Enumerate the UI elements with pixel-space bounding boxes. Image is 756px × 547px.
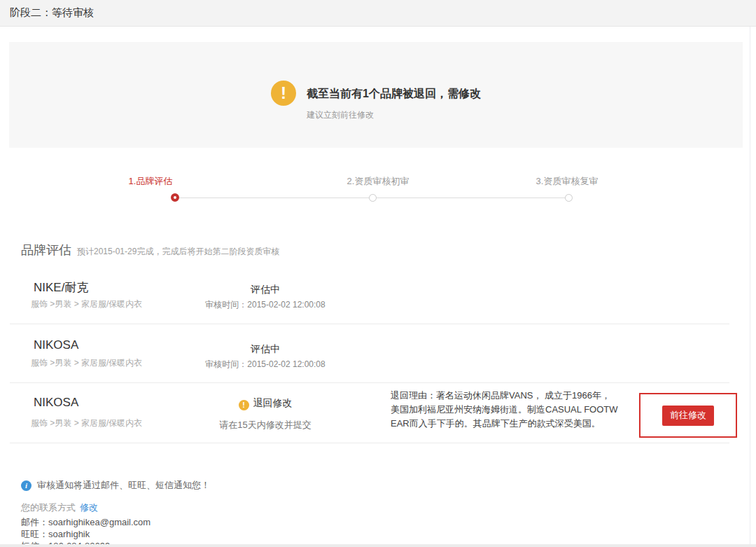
brand-category-breadcrumb: 服饰 >男装 > 家居服/保暖内衣 xyxy=(31,357,142,369)
contact-email-value: soarhighikea@gmail.com xyxy=(48,517,150,527)
brand-row: NIKOSA 服饰 >男装 > 家居服/保暖内衣 !退回修改 请在15天内修改并… xyxy=(10,383,729,443)
brand-row: NIKOSA 服饰 >男装 > 家居服/保暖内衣 评估中 审核时间：2015-0… xyxy=(10,324,729,383)
brand-name: NIKE/耐克 xyxy=(34,279,88,296)
section-header: 品牌评估 预计2015-01-29完成，完成后将开始第二阶段资质审核 xyxy=(21,242,279,258)
page-bottom-divider xyxy=(0,544,756,547)
step-dot-pending-icon xyxy=(369,194,377,202)
brand-name: NIKOSA xyxy=(34,396,78,410)
edit-contact-link[interactable]: 修改 xyxy=(80,502,98,513)
section-title: 品牌评估 xyxy=(21,242,71,258)
brand-status-detail: 审核时间：2015-02-02 12:00:08 xyxy=(181,299,349,311)
step-label-brand-evaluation: 1.品牌评估 xyxy=(98,175,203,188)
contact-wangwang-label: 旺旺： xyxy=(21,529,48,539)
brand-status: 评估中 xyxy=(195,284,335,296)
contact-list: 邮件：soarhighikea@gmail.com 旺旺：soarhighik … xyxy=(21,516,150,547)
step-dot-active-icon xyxy=(171,193,179,202)
info-icon: i xyxy=(21,480,31,491)
step-label-qualification-second-review: 3.资质审核复审 xyxy=(514,175,620,188)
contact-wangwang-line: 旺旺：soarhighik xyxy=(21,528,150,540)
contact-wangwang-value: soarhighik xyxy=(48,529,90,539)
review-notification-text: 审核通知将通过邮件、旺旺、短信通知您！ xyxy=(37,479,210,492)
step-dot-pending-icon xyxy=(565,194,573,202)
notice-title: 截至当前有1个品牌被退回，需修改 xyxy=(307,87,481,102)
page-header: 阶段二：等待审核 xyxy=(0,0,756,27)
page-title: 阶段二：等待审核 xyxy=(10,6,94,20)
brand-category-breadcrumb: 服饰 >男装 > 家居服/保暖内衣 xyxy=(31,417,142,429)
warning-exclamation-icon: ! xyxy=(239,400,249,410)
brand-status: !退回修改 xyxy=(195,397,335,410)
review-notification-line: i 审核通知将通过邮件、旺旺、短信通知您！ xyxy=(21,479,210,492)
brand-status-detail: 请在15天内修改并提交 xyxy=(181,419,349,431)
notice-subtitle: 建议立刻前往修改 xyxy=(307,109,481,121)
contact-email-label: 邮件： xyxy=(21,517,48,527)
notice-panel: ! 截至当前有1个品牌被退回，需修改 建议立刻前往修改 xyxy=(9,42,743,148)
section-subtitle: 预计2015-01-29完成，完成后将开始第二阶段资质审核 xyxy=(77,246,279,258)
scrollbar-track xyxy=(750,27,750,547)
step-label-qualification-first-review: 2.资质审核初审 xyxy=(326,175,430,188)
brand-status-detail: 审核时间：2015-02-02 12:00:08 xyxy=(181,359,349,371)
contact-method-label: 您的联系方式 xyxy=(21,502,76,513)
warning-exclamation-icon: ! xyxy=(271,81,296,106)
progress-stepper: 1.品牌评估 2.资质审核初审 3.资质审核复审 xyxy=(0,174,756,209)
annotation-highlight-box: 前往修改 xyxy=(639,393,737,438)
brand-status-text: 退回修改 xyxy=(253,397,293,408)
go-modify-button[interactable]: 前往修改 xyxy=(662,406,714,426)
contact-method-header: 您的联系方式修改 xyxy=(21,501,98,514)
brand-status: 评估中 xyxy=(195,343,335,356)
brand-name: NIKOSA xyxy=(34,338,78,352)
brand-row: NIKE/耐克 服饰 >男装 > 家居服/保暖内衣 评估中 审核时间：2015-… xyxy=(10,275,729,324)
contact-email-line: 邮件：soarhighikea@gmail.com xyxy=(21,516,150,528)
brand-category-breadcrumb: 服饰 >男装 > 家居服/保暖内衣 xyxy=(31,298,142,310)
return-reason-text: 退回理由：著名运动休闲品牌VANS， 成立于1966年，美国加利福尼亚州安纳海姆… xyxy=(391,389,619,431)
